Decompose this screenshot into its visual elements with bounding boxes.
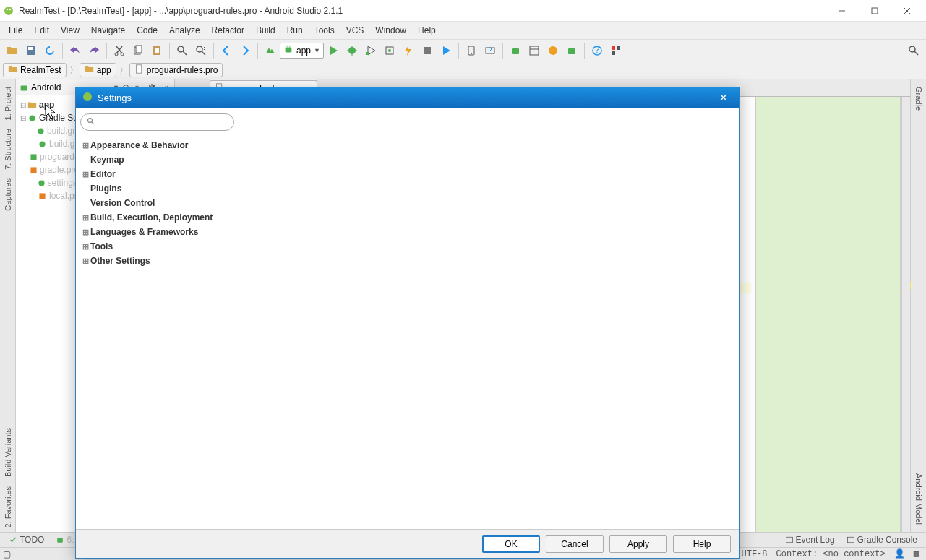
cat-appearance[interactable]: ⊞Appearance & Behavior [80,138,234,152]
menu-help[interactable]: Help [412,24,442,37]
breadcrumb-module[interactable]: app [80,63,116,77]
tab-android-model[interactable]: Android Model [914,473,923,525]
scrollbar[interactable] [901,97,910,532]
menu-edit[interactable]: Edit [28,24,55,37]
cat-keymap[interactable]: Keymap [80,152,234,167]
close-button[interactable] [891,1,923,21]
menu-build[interactable]: Build [250,24,281,37]
error-stripe[interactable] [900,97,910,532]
android-monitor-icon[interactable] [507,42,524,59]
settings-search-field[interactable] [80,113,234,131]
project-structure-icon[interactable] [607,42,625,59]
cat-vcs[interactable]: Version Control [80,196,234,210]
replace-icon[interactable] [192,42,210,59]
save-icon[interactable] [22,42,40,59]
forward-icon[interactable] [236,42,254,59]
svg-point-50 [39,141,45,147]
breadcrumb-root[interactable]: RealmTest [3,63,67,77]
cat-build[interactable]: ⊞Build, Execution, Deployment [80,210,234,225]
attach-debugger-icon[interactable] [381,42,398,59]
left-tool-tabs: 1: Project 7: Structure Captures Build V… [0,79,16,532]
help-icon[interactable]: ? [588,42,606,59]
menu-analyze[interactable]: Analyze [163,24,206,37]
svg-rect-47 [21,85,27,90]
cat-lang[interactable]: ⊞Languages & Frameworks [80,225,234,239]
paste-icon[interactable] [148,42,166,59]
make-icon[interactable] [262,42,279,59]
inspection-icon[interactable]: 👤 [894,548,905,559]
minimize-button[interactable] [826,1,858,21]
tab-project[interactable]: 1: Project [4,87,12,120]
settings-search-input[interactable] [98,117,228,127]
tab-captures[interactable]: Captures [4,178,12,211]
cat-other[interactable]: ⊞Other Settings [80,254,234,268]
menu-view[interactable]: View [55,24,85,37]
svg-point-44 [909,46,915,52]
tab-build-variants[interactable]: Build Variants [4,428,12,477]
undo-icon[interactable] [67,42,84,59]
menu-tools[interactable]: Tools [309,24,340,37]
settings-titlebar[interactable]: Settings ✕ [76,87,739,108]
svg-rect-12 [136,46,142,53]
stop-icon[interactable] [419,42,436,59]
cat-editor[interactable]: ⊞Editor [80,167,234,181]
ok-button[interactable]: OK [482,535,540,553]
help-button[interactable]: Help [673,535,731,553]
layout-inspector-icon[interactable] [526,42,543,59]
tab-structure[interactable]: 7: Structure [4,129,12,170]
menu-file[interactable]: File [3,24,28,37]
open-icon[interactable] [4,42,21,59]
cat-plugins[interactable]: Plugins [80,181,234,196]
svg-rect-30 [424,47,431,54]
sync-icon[interactable] [41,42,59,59]
svg-rect-42 [617,46,620,50]
menu-vcs[interactable]: VCS [340,24,370,37]
tab-gradle[interactable]: Gradle [914,87,923,111]
menu-navigate[interactable]: Navigate [85,24,131,37]
svg-point-71 [83,92,92,101]
android2-icon[interactable] [563,42,580,59]
tab-event-log[interactable]: Event Log [785,535,835,545]
search-everywhere-icon[interactable] [905,42,922,59]
cut-icon[interactable] [111,42,128,59]
menu-refactor[interactable]: Refactor [206,24,250,37]
avd-manager-icon[interactable] [463,42,480,59]
cat-tools[interactable]: ⊞Tools [80,239,234,254]
status-bar-icon[interactable]: ▢ [3,549,11,559]
run-icon[interactable] [325,42,342,59]
file-encoding[interactable]: UTF-8 [742,549,768,559]
svg-line-73 [92,121,94,124]
tab-gradle-console[interactable]: Gradle Console [846,535,917,545]
svg-point-15 [178,46,184,52]
maximize-button[interactable] [858,1,891,21]
find-icon[interactable] [173,42,191,59]
svg-rect-46 [136,65,141,73]
theme-editor-icon[interactable] [544,42,562,59]
sdk-manager-icon[interactable] [481,42,499,59]
debug-icon[interactable] [343,42,361,59]
redo-icon[interactable] [85,42,103,59]
copy-icon[interactable] [129,42,147,59]
run-coverage-icon[interactable] [362,42,380,59]
menu-window[interactable]: Window [369,24,412,37]
apply-button[interactable]: Apply [609,535,667,553]
memory-indicator[interactable]: ▦ [914,548,919,559]
settings-close-button[interactable]: ✕ [713,92,734,103]
instant-run-icon[interactable] [400,42,417,59]
file-icon [134,64,144,76]
context-indicator[interactable]: Context: <no context> [776,549,886,559]
tab-favorites[interactable]: 2: Favorites [4,486,12,527]
restart-icon[interactable] [437,42,455,59]
menu-run[interactable]: Run [281,24,309,37]
svg-rect-34 [512,48,519,54]
back-icon[interactable] [218,42,235,59]
tab-todo[interactable]: TODO [9,535,44,545]
folder-icon [85,64,94,76]
breadcrumb-file[interactable]: proguard-rules.pro [129,63,223,77]
svg-rect-38 [568,48,575,54]
run-config-selector[interactable]: app ▼ [280,43,324,59]
folder-icon [8,64,17,76]
svg-point-53 [38,180,44,186]
cancel-button[interactable]: Cancel [546,535,604,553]
menu-code[interactable]: Code [131,24,163,37]
